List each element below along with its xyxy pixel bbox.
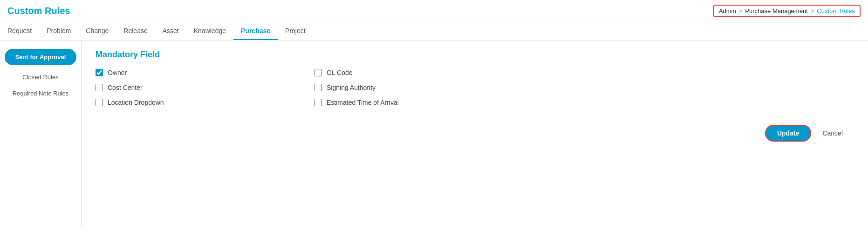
nav-tab-request[interactable]: Request — [0, 22, 39, 40]
nav-tab-purchase[interactable]: Purchase — [233, 22, 278, 40]
nav-tab-release[interactable]: Release — [116, 22, 155, 40]
sidebar-item-closed-rules[interactable]: Closed Rules — [0, 69, 81, 85]
breadcrumb-sep1: > — [739, 7, 743, 14]
field-gl-code: GL Code — [314, 69, 515, 76]
owner-checkbox[interactable] — [96, 69, 103, 76]
actions: Update Cancel — [96, 125, 854, 142]
estimated-time-checkbox[interactable] — [314, 99, 322, 106]
location-dropdown-checkbox[interactable] — [96, 99, 103, 106]
owner-label: Owner — [108, 69, 127, 76]
signing-authority-label: Signing Authority — [327, 84, 376, 91]
nav-tab-knowledge[interactable]: Knowledge — [186, 22, 233, 40]
location-dropdown-label: Location Dropdown — [108, 99, 164, 106]
signing-authority-checkbox[interactable] — [314, 84, 322, 91]
fields-left-column: Owner Cost Center Location Dropdown — [96, 69, 296, 106]
breadcrumb-purchase-management: Purchase Management — [745, 7, 807, 14]
content: Mandatory Field Owner Cost Center Locati… — [82, 41, 868, 227]
fields-right-column: GL Code Signing Authority Estimated Time… — [314, 69, 515, 106]
field-signing-authority: Signing Authority — [314, 84, 515, 91]
field-owner: Owner — [96, 69, 296, 76]
field-location-dropdown: Location Dropdown — [96, 99, 296, 106]
fields-grid: Owner Cost Center Location Dropdown GL C… — [96, 69, 515, 106]
section-title: Mandatory Field — [96, 50, 854, 60]
page-title: Custom Rules — [7, 6, 70, 16]
cancel-button[interactable]: Cancel — [816, 126, 849, 141]
sent-for-approval-button[interactable]: Sent for Approval — [5, 49, 76, 65]
gl-code-label: GL Code — [327, 69, 353, 76]
update-button[interactable]: Update — [765, 125, 811, 142]
field-estimated-time: Estimated Time of Arrival — [314, 99, 515, 106]
nav-tabs: RequestProblemChangeReleaseAssetKnowledg… — [0, 22, 868, 41]
gl-code-checkbox[interactable] — [314, 69, 322, 76]
breadcrumb-admin: Admin — [719, 7, 736, 14]
breadcrumb: Admin > Purchase Management > Custom Rul… — [713, 5, 861, 17]
nav-tab-problem[interactable]: Problem — [39, 22, 78, 40]
header: Custom Rules Admin > Purchase Management… — [0, 0, 868, 22]
sidebar-item-required-note-rules[interactable]: Required Note Rules — [0, 85, 81, 102]
cost-center-checkbox[interactable] — [96, 84, 103, 91]
nav-tab-project[interactable]: Project — [278, 22, 313, 40]
nav-tab-change[interactable]: Change — [78, 22, 116, 40]
field-cost-center: Cost Center — [96, 84, 296, 91]
breadcrumb-sep2: > — [811, 7, 814, 14]
cost-center-label: Cost Center — [108, 84, 143, 91]
nav-tab-asset[interactable]: Asset — [155, 22, 186, 40]
estimated-time-label: Estimated Time of Arrival — [327, 99, 399, 106]
sidebar: Sent for Approval Closed Rules Required … — [0, 41, 82, 227]
breadcrumb-custom-rules: Custom Rules — [817, 7, 855, 14]
main-layout: Sent for Approval Closed Rules Required … — [0, 41, 868, 227]
